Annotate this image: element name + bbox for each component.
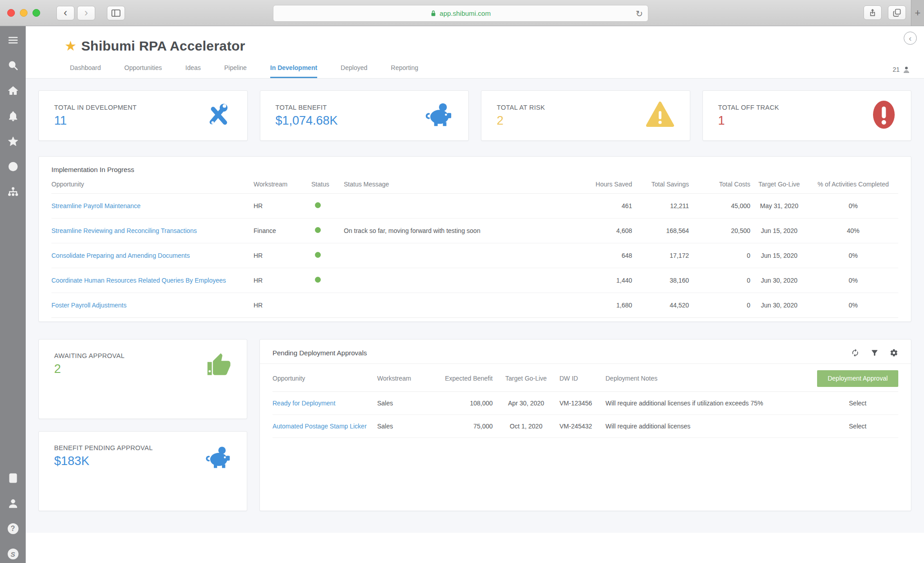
gear-icon[interactable] bbox=[890, 349, 898, 357]
total-savings-cell: 17,172 bbox=[636, 252, 689, 259]
select-action[interactable]: Select bbox=[817, 400, 898, 407]
kpi-label: AWAITING APPROVAL bbox=[54, 352, 125, 359]
target-golive-cell: Jun 15, 2020 bbox=[754, 227, 804, 234]
column-header[interactable]: Total Costs bbox=[693, 181, 750, 188]
tab-dashboard[interactable]: Dashboard bbox=[70, 64, 101, 78]
person-icon bbox=[8, 498, 18, 509]
sidebar-item-directory[interactable] bbox=[7, 472, 19, 484]
column-header[interactable]: Workstream bbox=[254, 181, 308, 188]
column-header[interactable]: Status Message bbox=[344, 181, 579, 188]
panel-title: Pending Deployment Approvals bbox=[273, 349, 367, 357]
select-action[interactable]: Select bbox=[817, 423, 898, 430]
workstream-cell: Sales bbox=[377, 423, 437, 430]
sidebar-item-recents[interactable] bbox=[7, 161, 19, 172]
column-header[interactable]: % of Activities Completed bbox=[808, 181, 898, 188]
piggy-bank-icon bbox=[204, 444, 231, 472]
share-icon bbox=[869, 8, 877, 17]
collapse-panel-button[interactable]: ‹ bbox=[904, 32, 917, 45]
sidebar-item-shibumi[interactable]: S bbox=[7, 548, 19, 560]
target-golive-cell: May 31, 2020 bbox=[754, 202, 804, 209]
clock-icon bbox=[8, 161, 18, 172]
plus-icon: + bbox=[915, 7, 921, 19]
org-chart-icon bbox=[8, 186, 18, 197]
forward-button[interactable]: › bbox=[77, 6, 95, 20]
hours-saved-cell: 1,680 bbox=[582, 302, 632, 309]
opportunity-link[interactable]: Ready for Deployment bbox=[273, 400, 335, 407]
tab-opportunities[interactable]: Opportunities bbox=[125, 64, 162, 78]
back-button[interactable]: ‹ bbox=[56, 6, 74, 20]
sidebar-item-hierarchy[interactable] bbox=[7, 186, 19, 198]
implementation-panel: Implementation In Progress Opportunity W… bbox=[38, 156, 911, 322]
deployment-table-header: Opportunity Workstream Expected Benefit … bbox=[273, 364, 898, 392]
sidebar-item-home[interactable] bbox=[7, 85, 19, 97]
deployment-approval-button[interactable]: Deployment Approval bbox=[817, 370, 898, 387]
reload-button[interactable]: ↻ bbox=[636, 9, 643, 19]
target-golive-cell: Jun 15, 2020 bbox=[754, 252, 804, 259]
column-header[interactable]: Status bbox=[311, 181, 340, 188]
new-tab-button[interactable]: + bbox=[911, 0, 924, 26]
tab-reporting[interactable]: Reporting bbox=[391, 64, 418, 78]
sidebar-item-profile[interactable] bbox=[7, 498, 19, 509]
zoom-window-button[interactable] bbox=[32, 9, 40, 17]
opportunity-link[interactable]: Foster Payroll Adjustments bbox=[51, 302, 127, 309]
column-header[interactable]: Target Go-Live bbox=[754, 181, 804, 188]
address-bar[interactable]: app.shibumi.com ↻ bbox=[273, 5, 648, 22]
opportunity-link[interactable]: Streamline Reviewing and Reconciling Tra… bbox=[51, 227, 197, 234]
close-window-button[interactable] bbox=[7, 9, 15, 17]
tab-pipeline[interactable]: Pipeline bbox=[224, 64, 247, 78]
pct-activities-cell: 0% bbox=[808, 302, 898, 309]
sidebar-item-search[interactable] bbox=[7, 60, 19, 71]
kpi-label: TOTAL AT RISK bbox=[497, 104, 545, 111]
column-header[interactable]: Hours Saved bbox=[582, 181, 632, 188]
tab-overview-button[interactable] bbox=[888, 5, 906, 20]
refresh-icon[interactable] bbox=[851, 349, 859, 357]
minimize-window-button[interactable] bbox=[20, 9, 28, 17]
total-costs-cell: 20,500 bbox=[693, 227, 750, 234]
workstream-cell: HR bbox=[254, 252, 308, 259]
tab-in-development[interactable]: In Development bbox=[270, 64, 317, 78]
sidebar-item-notifications[interactable] bbox=[7, 110, 19, 122]
menu-button[interactable] bbox=[7, 34, 19, 46]
sidebar-toggle-button[interactable] bbox=[107, 6, 125, 20]
tab-deployed[interactable]: Deployed bbox=[341, 64, 367, 78]
opportunity-link[interactable]: Coordinate Human Resources Related Queri… bbox=[51, 277, 226, 284]
workstream-cell: HR bbox=[254, 277, 308, 284]
filter-icon[interactable] bbox=[870, 349, 879, 357]
hamburger-icon bbox=[8, 35, 18, 46]
column-header[interactable]: Total Savings bbox=[636, 181, 689, 188]
favorite-star-icon[interactable]: ★ bbox=[65, 38, 77, 54]
hours-saved-cell: 461 bbox=[582, 202, 632, 209]
opportunity-link[interactable]: Consolidate Preparing and Amending Docum… bbox=[51, 252, 190, 259]
column-header[interactable]: Opportunity bbox=[273, 375, 372, 382]
pct-activities-cell: 0% bbox=[808, 277, 898, 284]
star-icon bbox=[8, 136, 18, 147]
column-header[interactable]: Expected Benefit bbox=[442, 375, 493, 382]
total-savings-cell: 38,160 bbox=[636, 277, 689, 284]
page-bottom bbox=[26, 533, 924, 563]
target-golive-cell: Oct 1, 2020 bbox=[498, 423, 554, 430]
sidebar-item-favorites[interactable] bbox=[7, 135, 19, 147]
member-count-badge[interactable]: 21 bbox=[892, 65, 910, 74]
help-icon: ? bbox=[8, 523, 18, 534]
total-savings-cell: 44,520 bbox=[636, 302, 689, 309]
column-header[interactable]: Deployment Notes bbox=[605, 375, 812, 382]
column-header[interactable]: Target Go-Live bbox=[498, 375, 554, 382]
chevron-left-icon: ‹ bbox=[909, 34, 911, 42]
kpi-total-in-development: TOTAL IN DEVELOPMENT 11 bbox=[38, 90, 248, 141]
tab-ideas[interactable]: Ideas bbox=[185, 64, 201, 78]
table-row: Automated Postage Stamp Licker Sales 75,… bbox=[273, 415, 898, 438]
column-header[interactable]: Workstream bbox=[377, 375, 437, 382]
column-header[interactable]: DW ID bbox=[559, 375, 600, 382]
deployment-notes-cell: Will require additional licenses bbox=[605, 423, 812, 430]
total-savings-cell: 168,564 bbox=[636, 227, 689, 234]
share-button[interactable] bbox=[864, 5, 882, 20]
hours-saved-cell: 1,440 bbox=[582, 277, 632, 284]
column-header[interactable]: Opportunity bbox=[51, 181, 250, 188]
opportunity-link[interactable]: Streamline Payroll Maintenance bbox=[51, 202, 141, 209]
home-icon bbox=[8, 85, 18, 96]
page-title: Shibumi RPA Accelerator bbox=[81, 38, 245, 54]
opportunity-link[interactable]: Automated Postage Stamp Licker bbox=[273, 423, 367, 430]
workstream-cell: HR bbox=[254, 202, 308, 209]
sidebar-item-help[interactable]: ? bbox=[7, 523, 19, 535]
status-dot bbox=[315, 227, 321, 233]
